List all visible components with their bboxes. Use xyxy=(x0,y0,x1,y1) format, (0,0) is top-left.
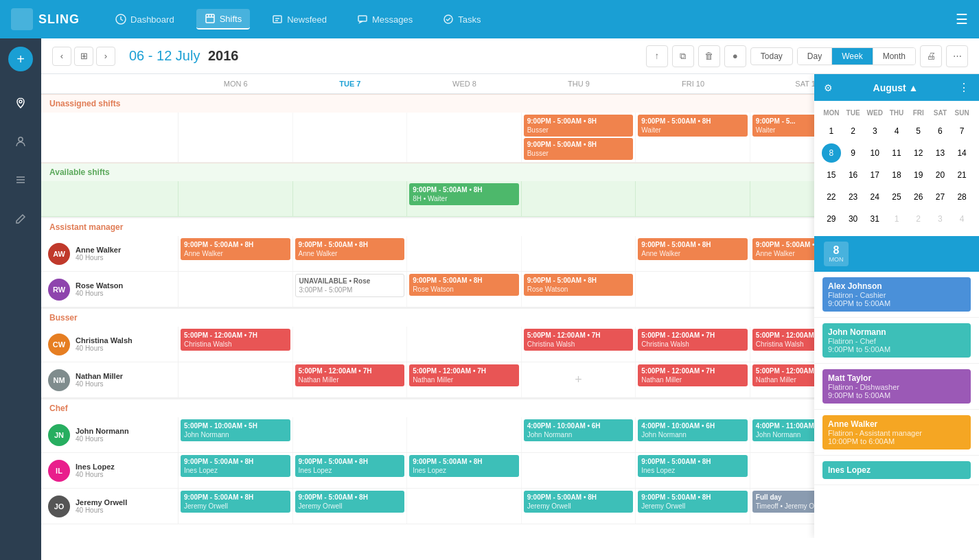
jeremy-mon[interactable]: 9:00PM - 5:00AM • 8H Jeremy Orwell xyxy=(178,489,293,524)
shift-block[interactable]: 5:00PM - 12:00AM • 7H Nathan Miller xyxy=(638,364,748,386)
jeremy-tue[interactable]: 9:00PM - 5:00AM • 8H Jeremy Orwell xyxy=(293,489,408,524)
add-button[interactable]: + xyxy=(8,47,33,71)
mini-cal-day[interactable]: 3 xyxy=(930,209,949,229)
shift-block[interactable]: 9:00PM - 5:00AM • 8H Jeremy Orwell xyxy=(638,491,748,513)
shift-block[interactable]: 9:00PM - 5:00AM • 8H Ines Lopez xyxy=(295,455,405,477)
nav-messages[interactable]: Messages xyxy=(349,10,421,29)
sidebar-location-icon[interactable] xyxy=(8,91,33,115)
christina-fri[interactable]: 5:00PM - 12:00AM • 7H Christina Walsh xyxy=(636,327,750,362)
grid-view-button[interactable]: ⊞ xyxy=(74,47,93,66)
mini-cal-day[interactable]: 18 xyxy=(887,165,906,185)
anne-tue[interactable]: 9:00PM - 5:00AM • 8H Anne Walker xyxy=(293,236,408,271)
john-fri[interactable]: 4:00PM - 10:00AM • 6H John Normann xyxy=(636,417,750,452)
upload-button[interactable]: ↑ xyxy=(646,45,668,67)
mini-cal-day[interactable]: 13 xyxy=(930,143,949,163)
today-button[interactable]: Today xyxy=(750,47,793,65)
shift-block[interactable]: 5:00PM - 12:00AM • 7H Christina Walsh xyxy=(524,329,634,351)
shift-block[interactable]: 9:00PM - 5:00AM • 8H Rose Watson xyxy=(409,274,519,296)
sidebar-edit-icon[interactable] xyxy=(8,206,33,231)
event-item[interactable]: Anne Walker Flatiron - Assistant manager… xyxy=(814,410,979,456)
mini-cal-day[interactable]: 21 xyxy=(952,165,971,185)
unassigned-thu[interactable]: 9:00PM - 5:00AM • 8H Busser 9:00PM - 5:0… xyxy=(522,113,636,162)
mini-cal-day[interactable]: 10 xyxy=(865,143,884,163)
filter-icon[interactable]: ⚙ xyxy=(824,82,833,93)
shift-block[interactable]: 9:00PM - 5:00AM • 8H Jeremy Orwell xyxy=(181,491,290,513)
shift-block[interactable]: 9:00PM - 5:00AM • 8H Busser xyxy=(524,115,634,137)
mini-cal-more[interactable]: ⋮ xyxy=(958,81,969,94)
event-item[interactable]: Matt Taylor Flatiron - Dishwasher 9:00PM… xyxy=(814,364,979,410)
mini-cal-day[interactable]: 20 xyxy=(930,165,949,185)
mini-cal-day[interactable]: 1 xyxy=(887,209,906,229)
sidebar-list-icon[interactable] xyxy=(8,167,33,192)
shift-block[interactable]: 4:00PM - 10:00AM • 6H John Normann xyxy=(524,419,634,441)
unassigned-fri[interactable]: 9:00PM - 5:00AM • 8H Waiter xyxy=(636,113,750,162)
christina-mon[interactable]: 5:00PM - 12:00AM • 7H Christina Walsh xyxy=(178,327,293,362)
ines-tue[interactable]: 9:00PM - 5:00AM • 8H Ines Lopez xyxy=(293,453,408,488)
ines-fri[interactable]: 9:00PM - 5:00AM • 8H Ines Lopez xyxy=(636,453,750,488)
nav-newsfeed[interactable]: Newsfeed xyxy=(264,10,335,29)
mini-cal-day[interactable]: 17 xyxy=(865,165,884,185)
mini-cal-day[interactable]: 1 xyxy=(822,121,841,141)
mini-cal-day[interactable]: 23 xyxy=(844,187,863,207)
ines-mon[interactable]: 9:00PM - 5:00AM • 8H Ines Lopez xyxy=(178,453,293,488)
mini-cal-day[interactable]: 31 xyxy=(865,209,884,229)
shift-block[interactable]: 5:00PM - 12:00AM • 7H Nathan Miller xyxy=(295,364,405,386)
nathan-tue[interactable]: 5:00PM - 12:00AM • 7H Nathan Miller xyxy=(293,362,408,397)
mini-cal-day[interactable]: 29 xyxy=(822,209,841,229)
event-item[interactable]: Alex Johnson Flatiron - Cashier 9:00PM t… xyxy=(814,272,979,318)
mini-cal-day[interactable]: 4 xyxy=(952,209,971,229)
available-wed[interactable]: 9:00PM - 5:00AM • 8H 8H • Waiter xyxy=(407,181,522,216)
shift-block[interactable]: 9:00PM - 5:00AM • 8H Rose Watson xyxy=(524,274,634,296)
mini-cal-day[interactable]: 26 xyxy=(909,187,928,207)
mini-cal-day[interactable]: 5 xyxy=(909,121,928,141)
shift-block[interactable]: 9:00PM - 5:00AM • 8H Jeremy Orwell xyxy=(524,491,634,513)
mini-cal-day[interactable]: 7 xyxy=(952,121,971,141)
mini-cal-day[interactable]: 6 xyxy=(930,121,949,141)
event-item[interactable]: Ines Lopez xyxy=(814,456,979,485)
nathan-wed[interactable]: 5:00PM - 12:00AM • 7H Nathan Miller xyxy=(407,362,522,397)
mini-cal-day-today[interactable]: 8 xyxy=(822,143,841,163)
nathan-thu-add[interactable]: + xyxy=(522,362,636,397)
jeremy-thu[interactable]: 9:00PM - 5:00AM • 8H Jeremy Orwell xyxy=(522,489,636,524)
mini-cal-day[interactable]: 4 xyxy=(887,121,906,141)
nav-tasks[interactable]: Tasks xyxy=(435,10,489,29)
rose-thu[interactable]: 9:00PM - 5:00AM • 8H Rose Watson xyxy=(522,272,636,307)
print-button[interactable]: 🖨 xyxy=(920,45,942,67)
mini-cal-day[interactable]: 30 xyxy=(844,209,863,229)
mini-cal-day[interactable]: 24 xyxy=(865,187,884,207)
mini-cal-day[interactable]: 2 xyxy=(909,209,928,229)
shift-block[interactable]: 9:00PM - 5:00AM • 8H Jeremy Orwell xyxy=(295,491,405,513)
shift-block[interactable]: 9:00PM - 5:00AM • 8H Anne Walker xyxy=(638,238,748,260)
shift-block-unavail[interactable]: UNAVAILABLE • Rose 3:00PM - 5:00PM xyxy=(295,274,405,297)
dot-button[interactable]: ● xyxy=(724,45,746,67)
prev-week-button[interactable]: ‹ xyxy=(52,47,71,66)
shift-block[interactable]: 9:00PM - 5:00AM • 8H Anne Walker xyxy=(181,238,290,260)
mini-cal-day[interactable]: 19 xyxy=(909,165,928,185)
mini-cal-day[interactable]: 9 xyxy=(844,143,863,163)
shift-block[interactable]: 5:00PM - 10:00AM • 5H John Normann xyxy=(181,419,290,441)
month-view-button[interactable]: Month xyxy=(873,48,915,65)
mini-cal-day[interactable]: 2 xyxy=(844,121,863,141)
more-button[interactable]: ⋯ xyxy=(946,45,968,67)
mini-cal-day[interactable]: 28 xyxy=(952,187,971,207)
mini-cal-day[interactable]: 14 xyxy=(952,143,971,163)
rose-wed[interactable]: 9:00PM - 5:00AM • 8H Rose Watson xyxy=(407,272,522,307)
mini-cal-day[interactable]: 22 xyxy=(822,187,841,207)
mini-cal-day[interactable]: 27 xyxy=(930,187,949,207)
shift-block[interactable]: 9:00PM - 5:00AM • 8H Busser xyxy=(524,138,634,160)
shift-block[interactable]: 9:00PM - 5:00AM • 8H Ines Lopez xyxy=(638,455,748,477)
shift-block[interactable]: 5:00PM - 12:00AM • 7H Christina Walsh xyxy=(638,329,748,351)
week-view-button[interactable]: Week xyxy=(832,48,873,65)
delete-button[interactable]: 🗑 xyxy=(698,45,720,67)
christina-thu[interactable]: 5:00PM - 12:00AM • 7H Christina Walsh xyxy=(522,327,636,362)
shift-block[interactable]: 9:00PM - 5:00AM • 8H Ines Lopez xyxy=(409,455,519,477)
shift-block[interactable]: 5:00PM - 12:00AM • 7H Nathan Miller xyxy=(409,364,519,386)
mini-cal-day[interactable]: 16 xyxy=(844,165,863,185)
john-thu[interactable]: 4:00PM - 10:00AM • 6H John Normann xyxy=(522,417,636,452)
shift-block[interactable]: 9:00PM - 5:00AM • 8H Anne Walker xyxy=(295,238,405,260)
hamburger-menu[interactable]: ☰ xyxy=(956,11,968,27)
jeremy-fri[interactable]: 9:00PM - 5:00AM • 8H Jeremy Orwell xyxy=(636,489,750,524)
mini-cal-day[interactable]: 12 xyxy=(909,143,928,163)
shift-block[interactable]: 4:00PM - 10:00AM • 6H John Normann xyxy=(638,419,748,441)
anne-mon[interactable]: 9:00PM - 5:00AM • 8H Anne Walker xyxy=(178,236,293,271)
